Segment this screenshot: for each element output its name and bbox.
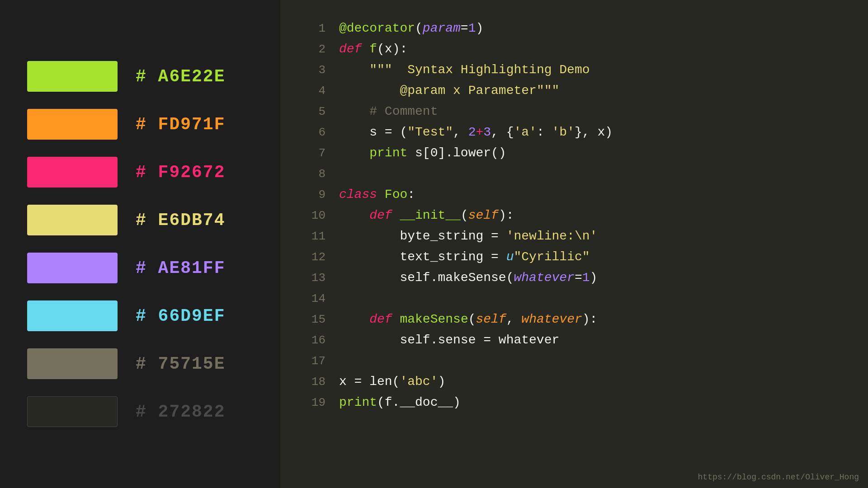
code-line-1: 1 @decorator(param=1) [303, 18, 845, 39]
color-label-7: # 272822 [136, 402, 225, 422]
code-content-6: s = ("Test", 2+3, {'a': 'b'}, x) [339, 122, 845, 143]
code-line-17: 17 [303, 351, 845, 371]
line-num-7: 7 [303, 143, 326, 164]
code-line-16: 16 self.sense = whatever [303, 330, 845, 351]
color-row-0: # A6E22E [27, 61, 253, 92]
color-row-1: # FD971F [27, 109, 253, 140]
code-content-7: print s[0].lower() [339, 143, 845, 164]
line-num-16: 16 [303, 330, 326, 351]
code-line-3: 3 """ Syntax Highlighting Demo [303, 60, 845, 80]
color-row-2: # F92672 [27, 157, 253, 188]
code-line-14: 14 [303, 288, 845, 309]
code-line-9: 9 class Foo: [303, 184, 845, 205]
line-num-8: 8 [303, 164, 326, 184]
code-line-8: 8 [303, 164, 845, 184]
code-line-19: 19 print(f.__doc__) [303, 392, 845, 413]
color-row-3: # E6DB74 [27, 205, 253, 235]
code-line-12: 12 text_string = u"Cyrillic" [303, 247, 845, 267]
code-line-10: 10 def __init__(self): [303, 205, 845, 226]
color-swatch-4 [27, 253, 118, 283]
code-line-2: 2 def f(x): [303, 39, 845, 60]
code-content-16: self.sense = whatever [339, 330, 845, 351]
line-num-3: 3 [303, 60, 326, 80]
color-swatch-7 [27, 396, 118, 427]
line-num-18: 18 [303, 371, 326, 392]
line-num-1: 1 [303, 18, 326, 39]
color-swatch-5 [27, 300, 118, 331]
line-num-9: 9 [303, 184, 326, 205]
code-line-7: 7 print s[0].lower() [303, 143, 845, 164]
code-line-5: 5 # Comment [303, 101, 845, 122]
color-label-5: # 66D9EF [136, 306, 225, 326]
color-row-5: # 66D9EF [27, 300, 253, 331]
line-num-13: 13 [303, 267, 326, 288]
code-content-13: self.makeSense(whatever=1) [339, 267, 845, 288]
color-row-6: # 75715E [27, 348, 253, 379]
color-row-7: # 272822 [27, 396, 253, 427]
line-num-19: 19 [303, 392, 326, 413]
code-content-12: text_string = u"Cyrillic" [339, 247, 845, 267]
code-content-5: # Comment [339, 101, 845, 122]
line-num-11: 11 [303, 226, 326, 247]
line-num-14: 14 [303, 288, 326, 309]
code-line-18: 18 x = len('abc') [303, 371, 845, 392]
color-swatch-1 [27, 109, 118, 140]
watermark: https://blog.csdn.net/Oliver_Hong [698, 473, 859, 482]
line-num-2: 2 [303, 39, 326, 60]
code-block: 1 @decorator(param=1) 2 def f(x): 3 """ … [303, 18, 845, 413]
line-num-4: 4 [303, 80, 326, 101]
line-num-12: 12 [303, 247, 326, 267]
color-label-3: # E6DB74 [136, 211, 225, 230]
color-swatch-2 [27, 157, 118, 188]
color-swatch-6 [27, 348, 118, 379]
code-line-11: 11 byte_string = 'newline:\n' [303, 226, 845, 247]
line-num-5: 5 [303, 101, 326, 122]
code-content-1: @decorator(param=1) [339, 18, 845, 39]
color-swatch-3 [27, 205, 118, 235]
color-label-1: # FD971F [136, 115, 225, 134]
line-num-10: 10 [303, 205, 326, 226]
code-line-6: 6 s = ("Test", 2+3, {'a': 'b'}, x) [303, 122, 845, 143]
code-content-2: def f(x): [339, 39, 845, 60]
code-content-19: print(f.__doc__) [339, 392, 845, 413]
color-swatch-0 [27, 61, 118, 92]
code-content-9: class Foo: [339, 184, 845, 205]
color-palette-panel: # A6E22E # FD971F # F92672 # E6DB74 # AE… [0, 0, 280, 488]
line-num-6: 6 [303, 122, 326, 143]
color-label-0: # A6E22E [136, 67, 225, 86]
code-line-13: 13 self.makeSense(whatever=1) [303, 267, 845, 288]
code-content-15: def makeSense(self, whatever): [339, 309, 845, 330]
color-label-2: # F92672 [136, 163, 225, 182]
code-line-4: 4 @param x Parameter""" [303, 80, 845, 101]
code-content-10: def __init__(self): [339, 205, 845, 226]
code-content-18: x = len('abc') [339, 371, 845, 392]
code-content-3: """ Syntax Highlighting Demo [339, 60, 845, 80]
color-row-4: # AE81FF [27, 253, 253, 283]
color-label-4: # AE81FF [136, 258, 225, 278]
code-line-15: 15 def makeSense(self, whatever): [303, 309, 845, 330]
line-num-15: 15 [303, 309, 326, 330]
color-label-6: # 75715E [136, 354, 225, 374]
line-num-17: 17 [303, 351, 326, 371]
code-panel: 1 @decorator(param=1) 2 def f(x): 3 """ … [280, 0, 868, 488]
code-content-4: @param x Parameter""" [339, 80, 845, 101]
code-content-11: byte_string = 'newline:\n' [339, 226, 845, 247]
